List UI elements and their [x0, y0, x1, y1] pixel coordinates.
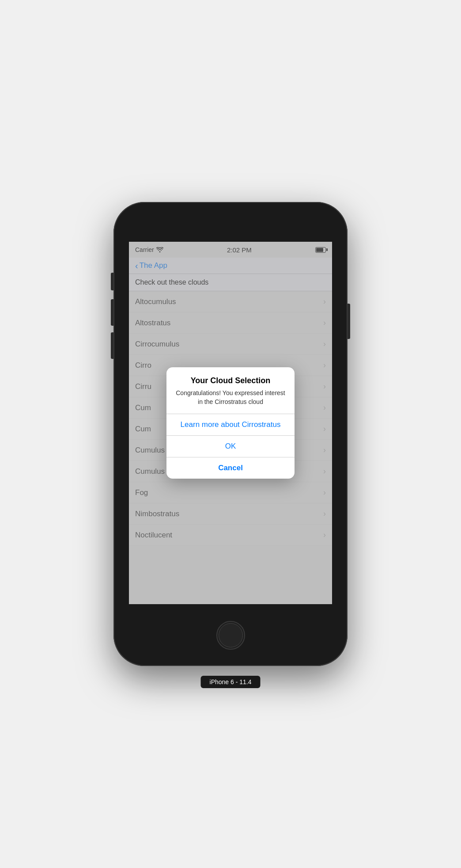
alert-message: Congratulations! You expressed interest … [174, 389, 287, 406]
ok-button[interactable]: OK [166, 436, 295, 457]
page-wrapper: Carrier 2:02 PM [0, 0, 461, 868]
volume-up-button [111, 299, 113, 326]
alert-buttons: Learn more about Cirrostratus OK Cancel [166, 414, 295, 479]
learn-more-button[interactable]: Learn more about Cirrostratus [166, 414, 295, 436]
phone-screen: Carrier 2:02 PM [129, 242, 332, 604]
alert-title: Your Cloud Selection [174, 376, 287, 385]
home-button-area [216, 604, 245, 666]
home-button-inner [219, 623, 243, 647]
alert-dialog: Your Cloud Selection Congratulations! Yo… [166, 367, 295, 478]
modal-overlay: Your Cloud Selection Congratulations! Yo… [129, 242, 332, 604]
phone-shell: Carrier 2:02 PM [113, 202, 348, 666]
home-button[interactable] [216, 621, 245, 650]
volume-down-button [111, 332, 113, 359]
cancel-button[interactable]: Cancel [166, 457, 295, 479]
power-button [348, 304, 350, 339]
device-label: iPhone 6 - 11.4 [201, 676, 261, 688]
alert-content: Your Cloud Selection Congratulations! Yo… [166, 367, 295, 413]
